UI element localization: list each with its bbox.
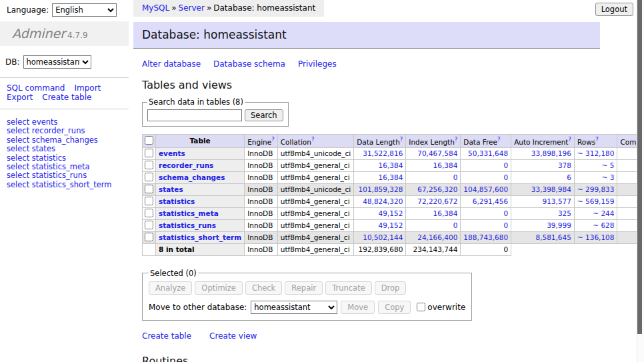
data-free-cell: 6,291,456: [461, 195, 511, 207]
sidebar-select-table-link[interactable]: select statistics_meta: [7, 163, 129, 171]
column-header-data-free: Data Free?: [461, 135, 511, 148]
row-checkbox[interactable]: [145, 209, 153, 217]
language-bar: Language:English: [7, 3, 117, 17]
table-action-button: Check: [245, 281, 282, 295]
sidebar-select-table-link[interactable]: select statistics_runs: [7, 171, 129, 180]
language-select[interactable]: English: [52, 3, 117, 17]
table-name-link[interactable]: events: [159, 149, 185, 157]
engine-cell: InnoDB: [245, 159, 278, 171]
help-icon[interactable]: ?: [400, 136, 403, 143]
overwrite-checkbox[interactable]: [417, 303, 425, 311]
breadcrumb-mysql-link[interactable]: MySQL: [142, 3, 169, 13]
data-length-cell: 48,824,320: [354, 195, 406, 207]
help-icon[interactable]: ?: [271, 136, 275, 143]
column-header-rows: Rows?: [574, 135, 617, 148]
create-view-link[interactable]: Create view: [209, 331, 257, 341]
engine-cell: InnoDB: [245, 231, 278, 243]
row-checkbox[interactable]: [145, 185, 153, 193]
engine-cell: InnoDB: [245, 147, 278, 159]
create-table-sidebar-link[interactable]: Create table: [42, 93, 91, 102]
table-row: states InnoDB utf8mb4_unicode_ci 101,859…: [143, 183, 644, 195]
alter-database-link[interactable]: Alter database: [142, 59, 201, 69]
table-name-link[interactable]: recorder_runs: [159, 161, 213, 169]
sidebar-select-table-link[interactable]: select states: [7, 145, 129, 153]
vertical-scrollbar: [637, 0, 644, 362]
column-header-auto-increment: Auto Increment?: [511, 135, 575, 148]
sidebar-select-table-link[interactable]: select statistics: [7, 154, 129, 163]
collation-cell: utf8mb4_general_ci: [277, 195, 353, 207]
table-name-link[interactable]: statistics: [159, 197, 195, 205]
search-legend: Search data in tables (8): [147, 97, 245, 107]
table-row: statistics_meta InnoDB utf8mb4_general_c…: [143, 207, 644, 219]
row-checkbox[interactable]: [145, 161, 153, 169]
db-select[interactable]: homeassistant: [23, 55, 91, 69]
db-selector-row: DB:homeassistant: [0, 46, 129, 78]
column-header-index-length: Index Length?: [406, 135, 461, 148]
logout-area: Logout: [595, 3, 633, 16]
sidebar-actions: SQL commandImport ExportCreate table: [0, 78, 129, 109]
engine-cell: InnoDB: [245, 219, 278, 231]
help-icon[interactable]: ?: [455, 136, 458, 143]
table-name-link[interactable]: schema_changes: [159, 173, 225, 181]
rows-cell: ~ 299,833: [574, 183, 617, 195]
engine-cell: InnoDB: [245, 171, 278, 183]
database-schema-link[interactable]: Database schema: [213, 59, 285, 69]
rows-cell: ~ 3: [574, 171, 617, 183]
import-link[interactable]: Import: [74, 83, 101, 93]
engine-cell: InnoDB: [245, 195, 278, 207]
help-icon[interactable]: ?: [595, 136, 599, 143]
logout-button[interactable]: Logout: [595, 3, 633, 16]
selected-fieldset: Selected (0) AnalyzeOptimizeCheckRepairT…: [142, 269, 472, 321]
index-length-cell: 70,467,584: [406, 147, 461, 159]
search-button[interactable]: Search: [245, 109, 283, 121]
sql-command-link[interactable]: SQL command: [7, 83, 65, 93]
data-length-cell: 16,384: [354, 171, 406, 183]
row-checkbox[interactable]: [145, 197, 153, 205]
total-index-length: 234,143,744: [406, 243, 461, 255]
table-row: schema_changes InnoDB utf8mb4_general_ci…: [143, 171, 644, 183]
move-database-select[interactable]: homeassistant: [251, 301, 337, 314]
data-length-cell: 16,384: [354, 159, 406, 171]
sidebar-select-table-link[interactable]: select schema_changes: [7, 136, 129, 145]
total-engine: InnoDB: [245, 243, 278, 255]
row-checkbox[interactable]: [145, 173, 153, 181]
rows-cell: ~ 569,159: [574, 195, 617, 207]
rows-cell: ~ 5: [574, 159, 617, 171]
column-header-engine: Engine?: [245, 135, 278, 148]
create-table-link[interactable]: Create table: [142, 331, 191, 341]
table-name-link[interactable]: states: [159, 185, 183, 193]
table-name-link[interactable]: statistics_runs: [159, 221, 216, 229]
table-name-link[interactable]: statistics_short_term: [159, 233, 241, 241]
data-free-cell: 104,857,600: [461, 183, 511, 195]
help-icon[interactable]: ?: [497, 136, 501, 143]
collation-cell: utf8mb4_general_ci: [277, 207, 353, 219]
row-checkbox[interactable]: [145, 149, 153, 157]
row-checkbox[interactable]: [145, 233, 153, 241]
auto-increment-cell: 8,581,645: [511, 231, 575, 243]
move-row: Move to other database:homeassistantMove…: [149, 301, 465, 314]
scrollbar-thumb[interactable]: [637, 0, 642, 334]
help-icon[interactable]: ?: [568, 136, 571, 143]
breadcrumb-server-link[interactable]: Server: [179, 3, 205, 13]
move-label: Move to other database:: [149, 303, 247, 312]
help-icon[interactable]: ?: [311, 136, 315, 143]
sidebar-select-table-link[interactable]: select recorder_runs: [7, 127, 129, 135]
sidebar-table-links: select eventsselect recorder_runsselect …: [0, 109, 129, 189]
sidebar-select-table-link[interactable]: select statistics_short_term: [7, 181, 129, 189]
export-link[interactable]: Export: [7, 93, 33, 102]
search-input[interactable]: [147, 109, 242, 121]
index-length-cell: 0: [406, 171, 461, 183]
collation-cell: utf8mb4_general_ci: [277, 231, 353, 243]
rows-cell: ~ 312,180: [574, 147, 617, 159]
table-name-link[interactable]: statistics_meta: [159, 209, 219, 217]
breadcrumb-separator: »: [207, 3, 211, 13]
privileges-link[interactable]: Privileges: [298, 59, 337, 69]
sidebar-select-table-link[interactable]: select events: [7, 118, 129, 127]
table-row: statistics_runs InnoDB utf8mb4_general_c…: [143, 219, 644, 231]
database-action-links: Alter databaseDatabase schemaPrivileges: [142, 59, 600, 69]
create-links: Create tableCreate view: [142, 331, 600, 341]
collation-cell: utf8mb4_general_ci: [277, 219, 353, 231]
row-checkbox[interactable]: [145, 221, 153, 229]
select-all-checkbox[interactable]: [145, 136, 153, 145]
data-length-cell: 49,152: [354, 207, 406, 219]
